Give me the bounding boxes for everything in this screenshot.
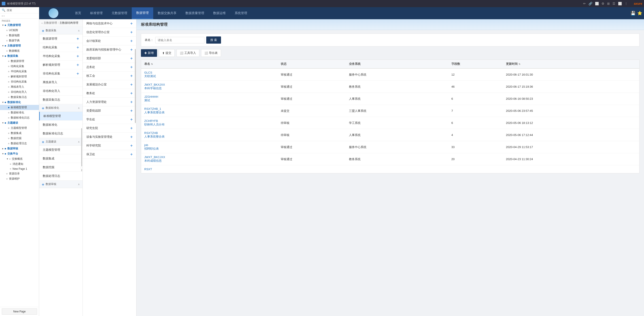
nav-item-semicollect[interactable]: 半结构化采集+ bbox=[39, 52, 82, 60]
link-code-1[interactable]: GLCS bbox=[144, 71, 156, 74]
tree-item-offline[interactable]: 离线表导入 bbox=[0, 84, 39, 90]
tree-item-dataoverview[interactable]: 数据概览 bbox=[0, 48, 39, 54]
plus-parse[interactable]: + bbox=[76, 63, 79, 67]
search-input[interactable] bbox=[7, 9, 39, 12]
tree-item-collectlog[interactable]: 数据采集日志 bbox=[0, 94, 39, 100]
org-item-party-united[interactable]: 党委统战部 + bbox=[83, 106, 136, 115]
tree-item-datastd[interactable]: 数据标准化 bbox=[0, 110, 39, 115]
nav-item-unstructimport[interactable]: 非结构化导入 bbox=[39, 87, 82, 96]
tree-item-newpage1[interactable]: New Page 1 bbox=[0, 166, 39, 171]
link-code-5[interactable]: ZCHRYFB bbox=[144, 119, 165, 122]
nav-bc-master[interactable]: 主数据管理 bbox=[44, 21, 57, 25]
plus-party-org[interactable]: + bbox=[130, 56, 133, 60]
tree-group-master[interactable]: ▼ 主数据管理 bbox=[0, 43, 39, 48]
table-name-input[interactable] bbox=[155, 37, 204, 44]
tree-item-struct[interactable]: 结构化采集 bbox=[0, 64, 39, 69]
tool-import-button[interactable]: ⬜ 工具导入 bbox=[176, 49, 199, 57]
tree-item-resdir[interactable]: 资源目录 bbox=[0, 171, 39, 176]
tree-group-stdize[interactable]: ▼ 数据标准化 bbox=[0, 100, 39, 105]
tree-item-stdmodel[interactable]: 标准模型管理 bbox=[0, 105, 39, 110]
tree-item-datamap[interactable]: 数据地图 bbox=[0, 33, 39, 38]
tree-item-integrate[interactable]: 数据集成 bbox=[0, 130, 39, 136]
plus-grad[interactable]: + bbox=[130, 126, 133, 130]
add-button[interactable]: ✚ 新增 bbox=[141, 49, 157, 57]
new-page-button[interactable]: New Page bbox=[2, 308, 37, 315]
nav-item-datamgmt[interactable]: 数据管理 bbox=[132, 8, 153, 19]
nav-item-structcollect[interactable]: 结构化采集+ bbox=[39, 43, 82, 52]
plus-semi[interactable]: + bbox=[76, 54, 79, 58]
star-icon[interactable]: ⭐ bbox=[637, 11, 642, 16]
nav-item-stdmodelmgmt[interactable]: 标准模型管理 bbox=[39, 112, 82, 120]
tree-group-exchange[interactable]: ▼ 交换平台 bbox=[0, 151, 39, 156]
page-icon[interactable]: ⬜ bbox=[618, 2, 622, 5]
nav-item-dataintegrate[interactable]: 数据集成 bbox=[39, 154, 82, 163]
link-name-7[interactable]: 招聘职位表 bbox=[144, 147, 159, 151]
share-icon[interactable]: 🔗 bbox=[588, 2, 592, 5]
submit-button[interactable]: ⬆ 提交 bbox=[159, 49, 175, 57]
tree-item-processlog[interactable]: 数据处理日志 bbox=[0, 141, 39, 146]
link-name-2[interactable]: 本科学籍信息 bbox=[144, 86, 165, 90]
plus-hr[interactable]: + bbox=[130, 100, 133, 104]
tree-group-collect[interactable]: ▼ 数据采集 bbox=[0, 54, 39, 58]
nav-item-collectlog[interactable]: 数据采集日志 bbox=[39, 96, 82, 104]
plus-infooffice[interactable]: + bbox=[130, 30, 133, 34]
nav-item-processlog[interactable]: 数据处理日志 bbox=[39, 172, 82, 180]
nav-item-offlineimport[interactable]: 离线表导入 bbox=[39, 78, 82, 87]
nav-item-parserule[interactable]: 解析规则管理+ bbox=[39, 60, 82, 69]
tree-group-audit[interactable]: ► 数据审核 bbox=[0, 146, 39, 151]
link-code-7[interactable]: job bbox=[144, 143, 159, 147]
plus-procurement[interactable]: + bbox=[130, 48, 133, 52]
nav-item-exchange[interactable]: 数据交换共享 bbox=[153, 8, 181, 19]
tree-item-msgnotify[interactable]: 消息通知 bbox=[0, 162, 39, 166]
org-item-devplan[interactable]: 发展规划办公室 + bbox=[83, 80, 136, 89]
tree-item-datadict[interactable]: 数据字典 bbox=[0, 38, 39, 43]
nav-section-datacollect[interactable]: ◈ 数据采集 ∧ bbox=[39, 27, 82, 34]
org-item-hr[interactable]: 人力资源管理处 + bbox=[83, 98, 136, 106]
nav-section-theme[interactable]: ◈ 主题建设 ∧ bbox=[39, 138, 82, 146]
plus-union[interactable]: + bbox=[130, 74, 133, 78]
nav-forward-arrow[interactable]: › bbox=[4, 14, 4, 18]
org-item-procurement[interactable]: 政府采购与招投标管理中心 + bbox=[83, 46, 136, 54]
link-code-9[interactable]: RSXT bbox=[144, 168, 152, 171]
org-item-research[interactable]: 科学研究院 + bbox=[83, 141, 136, 150]
link-code-2[interactable]: JWXT_BKXJXX bbox=[144, 83, 165, 86]
org-item-network[interactable]: 网络与信息技术中心 + bbox=[83, 19, 136, 28]
tree-item-stdlog[interactable]: 数据标准化日志 bbox=[0, 115, 39, 120]
plus-unstruct[interactable]: + bbox=[76, 72, 79, 76]
nav-item-ops[interactable]: 数据运维 bbox=[209, 8, 230, 19]
tree-item-semi[interactable]: 半结构化采集 bbox=[0, 69, 39, 74]
org-item-accounting[interactable]: 会计核算处 + bbox=[83, 37, 136, 46]
nav-item-datasrcmgmt[interactable]: 数据源管理+ bbox=[39, 34, 82, 43]
nav-section-datastd[interactable]: ◈ 数据标准化 ∧ bbox=[39, 104, 82, 112]
tree-group-meta[interactable]: ▼ 元数据管理 bbox=[0, 22, 39, 28]
plus-party-united[interactable]: + bbox=[130, 109, 133, 113]
org-item-party-org[interactable]: 党委组织部 + bbox=[83, 54, 136, 63]
plus-accounting[interactable]: + bbox=[130, 39, 133, 43]
sort-updatetime[interactable]: ⇅ bbox=[518, 63, 520, 65]
nav-item-stdizelog[interactable]: 数据标准化日志 bbox=[39, 129, 82, 138]
link-code-4[interactable]: RSXTZHB_1 bbox=[144, 107, 165, 110]
grid-icon[interactable]: ⊞ bbox=[607, 2, 610, 5]
org-item-infooffice[interactable]: 信息化管理办公室 + bbox=[83, 28, 136, 37]
nav-item-quality[interactable]: 数据质量管理 bbox=[181, 8, 209, 19]
search-button[interactable]: 搜 索 bbox=[206, 36, 221, 44]
link-code-6[interactable]: RSXTZHB bbox=[144, 131, 165, 135]
nav-item-datamining[interactable]: 数据挖掘 bbox=[39, 163, 82, 172]
nav-item-thememodelmgmt[interactable]: 主题模型管理 bbox=[39, 146, 82, 154]
export-button[interactable]: ⬜ 导出表 bbox=[201, 49, 221, 57]
link-name-6[interactable]: 人事系统整合表 bbox=[144, 135, 165, 139]
more-icon[interactable]: ⋮ bbox=[624, 2, 628, 5]
link-code-3[interactable]: JZGHHHH bbox=[144, 95, 158, 98]
tree-item-exchangeoverview[interactable]: ▼ 交换概览 bbox=[0, 156, 39, 162]
link-name-8[interactable]: 本科成绩信息 bbox=[144, 159, 165, 163]
link-name-3[interactable]: 测试 bbox=[144, 98, 158, 102]
link-code-8[interactable]: JWXT_BKCJXX bbox=[144, 156, 165, 159]
tree-item-parserule[interactable]: 解析规则管理 bbox=[0, 74, 39, 79]
nav-back-arrow[interactable]: ‹ bbox=[2, 14, 3, 18]
org-item-security[interactable]: 保卫处 + bbox=[83, 150, 136, 159]
plus-student[interactable]: + bbox=[130, 118, 133, 122]
nav-item-datastdize[interactable]: 数据标准化 bbox=[39, 120, 82, 129]
nav-item-metamgmt[interactable]: 元数据管理 bbox=[107, 8, 132, 19]
tree-item-unstructimport[interactable]: 非结构化导入 bbox=[0, 90, 39, 94]
plus-network[interactable]: + bbox=[130, 22, 133, 26]
